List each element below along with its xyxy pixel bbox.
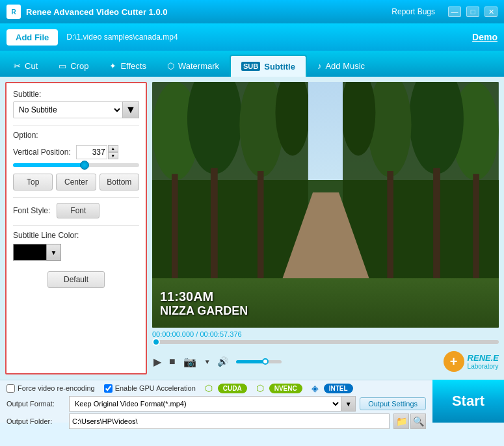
- progress-thumb[interactable]: [152, 338, 160, 346]
- tab-cut[interactable]: ✂ Cut: [3, 55, 48, 77]
- app-logo: R: [7, 5, 21, 19]
- cuda-badge: CUDA: [218, 384, 247, 393]
- tab-effects[interactable]: ✦ Effects: [99, 55, 157, 77]
- position-buttons: Top Center Bottom: [13, 174, 139, 190]
- volume-thumb[interactable]: [262, 358, 269, 365]
- center-position-button[interactable]: Center: [56, 174, 96, 190]
- rene-logo-text: RENE.E Laboratory: [468, 353, 499, 370]
- progress-bar[interactable]: [152, 340, 499, 344]
- report-bugs-link[interactable]: Report Bugs: [391, 7, 435, 16]
- nvenc-badge: NVENC: [269, 384, 302, 393]
- color-label: Subtitle Line Color:: [13, 231, 139, 240]
- video-frame: 11:30AM NIZZA GARDEN: [152, 82, 499, 328]
- plus-symbol: +: [450, 354, 458, 369]
- crop-icon: ▭: [59, 61, 66, 71]
- divider-1: [13, 125, 139, 125]
- intel-icon: ◈: [312, 383, 319, 393]
- tab-watermark[interactable]: ⬡ Watermark: [157, 55, 230, 77]
- close-button[interactable]: ✕: [484, 7, 497, 17]
- tab-add-music[interactable]: ♪ Add Music: [307, 55, 375, 77]
- tab-effects-label: Effects: [120, 61, 146, 71]
- color-dropdown-btn[interactable]: ▼: [47, 244, 61, 261]
- vert-pos-spinner: ▲ ▼: [108, 145, 118, 159]
- minimize-button[interactable]: —: [448, 7, 461, 17]
- music-icon: ♪: [317, 61, 322, 71]
- output-folder-input[interactable]: [69, 413, 390, 429]
- subtitle-dropdown-btn[interactable]: ▼: [122, 101, 139, 118]
- output-folder-label: Output Folder:: [7, 417, 65, 425]
- force-encode-checkbox[interactable]: [7, 384, 15, 393]
- snapshot-dropdown-btn[interactable]: ▼: [203, 357, 212, 367]
- intel-badge: INTEL: [324, 384, 353, 393]
- subtitle-select[interactable]: No Subtitle: [13, 101, 123, 118]
- nav-tabs: ✂ Cut ▭ Crop ✦ Effects ⬡ Watermark SUB S…: [0, 51, 504, 77]
- search-folder-button[interactable]: 🔍: [410, 413, 426, 429]
- vert-pos-label: Vertical Position:: [13, 148, 71, 157]
- file-path: D:\1.video samples\canada.mp4: [66, 33, 469, 42]
- bottom-wrapper: Force video re-encoding Enable GPU Accel…: [0, 380, 504, 423]
- bottom-bar: Force video re-encoding Enable GPU Accel…: [0, 380, 432, 423]
- top-position-button[interactable]: Top: [13, 174, 53, 190]
- vert-pos-input[interactable]: [76, 145, 107, 159]
- output-settings-button[interactable]: Output Settings: [360, 397, 426, 410]
- browse-folder-button[interactable]: 📁: [393, 413, 409, 429]
- app-title: Renee Advanced Video Cutter 1.0.0: [26, 7, 391, 17]
- start-button[interactable]: Start: [432, 380, 504, 423]
- time-display: 00:00:00.000 / 00:00:57.376: [152, 330, 499, 338]
- current-time: 00:00:00.000: [152, 330, 194, 338]
- vert-pos-slider-track[interactable]: [13, 163, 139, 167]
- play-button[interactable]: ▶: [152, 354, 163, 369]
- nvidia-icon: ⬡: [205, 383, 213, 393]
- demo-link[interactable]: Demo: [472, 32, 497, 42]
- spinner-down-btn[interactable]: ▼: [108, 152, 118, 159]
- folder-buttons: 📁 🔍: [393, 413, 426, 429]
- default-button[interactable]: Default: [47, 271, 105, 288]
- spinner-up-btn[interactable]: ▲: [108, 145, 118, 152]
- gpu-accel-checkbox[interactable]: [104, 384, 113, 393]
- snapshot-button[interactable]: 📷: [182, 354, 198, 369]
- video-scene: 11:30AM NIZZA GARDEN: [152, 82, 499, 328]
- force-encode-item: Force video re-encoding: [7, 384, 95, 393]
- tab-subtitle[interactable]: SUB Subtitle: [230, 55, 307, 77]
- controls-row: ▶ ■ 📷 ▼ 🔊 + RENE.E Laboratory: [152, 348, 499, 374]
- watermark-icon: ⬡: [167, 61, 174, 71]
- bottom-content: Force video re-encoding Enable GPU Accel…: [0, 380, 432, 423]
- total-time: 00:00:57.376: [200, 330, 241, 338]
- bottom-position-button[interactable]: Bottom: [99, 174, 139, 190]
- output-format-arrow[interactable]: ▼: [341, 396, 356, 412]
- titlebar: R Renee Advanced Video Cutter 1.0.0 Repo…: [0, 0, 504, 23]
- divider-2: [13, 197, 139, 198]
- maximize-button[interactable]: □: [466, 7, 479, 17]
- color-swatch[interactable]: [13, 244, 47, 261]
- tab-crop[interactable]: ▭ Crop: [48, 55, 99, 77]
- gpu-accel-item: Enable GPU Acceleration: [104, 384, 196, 393]
- subtitle-panel: Subtitle: No Subtitle ▼ Option: Vertical…: [5, 82, 147, 374]
- stop-button[interactable]: ■: [168, 354, 177, 369]
- tab-crop-label: Crop: [70, 61, 88, 71]
- subtitle-field-label: Subtitle:: [13, 90, 139, 99]
- video-caption: 11:30AM NIZZA GARDEN: [160, 289, 248, 318]
- add-file-button[interactable]: Add File: [7, 29, 58, 46]
- divider-3: [13, 225, 139, 226]
- font-button[interactable]: Font: [57, 203, 99, 218]
- tab-add-music-label: Add Music: [325, 61, 365, 71]
- output-format-select[interactable]: Keep Original Video Format(*.mp4): [69, 396, 341, 412]
- vert-pos-row: Vertical Position: ▲ ▼: [13, 145, 139, 159]
- window-controls: — □ ✕: [448, 7, 497, 17]
- subtitle-dropdown-row: No Subtitle ▼: [13, 101, 139, 118]
- vert-pos-slider-thumb[interactable]: [80, 161, 89, 170]
- volume-icon: 🔊: [217, 356, 228, 367]
- output-format-label: Output Format:: [7, 400, 65, 408]
- output-folder-row: Output Folder: 📁 🔍: [7, 413, 426, 429]
- checkbox-row: Force video re-encoding Enable GPU Accel…: [7, 383, 426, 393]
- color-row: ▼: [13, 244, 139, 261]
- output-format-container: Keep Original Video Format(*.mp4) ▼: [69, 396, 356, 412]
- gpu-accel-label: Enable GPU Acceleration: [115, 384, 196, 392]
- video-panel: 11:30AM NIZZA GARDEN 00:00:00.000 / 00:0…: [150, 77, 504, 380]
- nvidia-icon-2: ⬡: [256, 383, 264, 393]
- tab-cut-label: Cut: [25, 61, 38, 71]
- toolbar: Add File D:\1.video samples\canada.mp4 D…: [0, 23, 504, 51]
- volume-slider[interactable]: [236, 360, 282, 363]
- caption-name: NIZZA GARDEN: [160, 304, 248, 318]
- main-content: Subtitle: No Subtitle ▼ Option: Vertical…: [0, 77, 504, 380]
